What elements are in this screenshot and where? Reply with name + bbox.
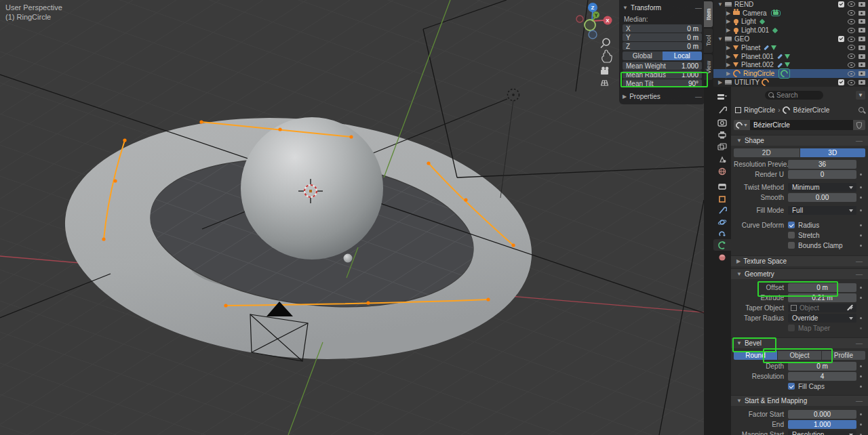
collection-checkbox[interactable] — [838, 1, 844, 7]
id-type-button[interactable]: ▼ — [734, 120, 750, 130]
gizmo-minus-z[interactable] — [589, 30, 597, 39]
panel-header-texture-space[interactable]: ▶ Texture Space — — [731, 255, 868, 266]
chevron-right-icon[interactable]: ▶ — [726, 27, 731, 33]
animate-dot[interactable] — [860, 245, 862, 247]
factor-end-field[interactable]: 1.000 — [788, 420, 856, 429]
extrude-field[interactable]: 0.21 m — [788, 293, 856, 302]
chevron-right-icon[interactable]: ▶ — [717, 79, 723, 85]
bounds-clamp-checkbox[interactable] — [788, 242, 795, 249]
editor-type-button[interactable] — [713, 91, 731, 102]
render-visibility-icon[interactable] — [859, 37, 865, 41]
outliner-row-ringcircle[interactable]: ▶ RingCircle — [713, 69, 868, 78]
tab-collection-properties[interactable] — [713, 180, 731, 192]
panel-drag-icon[interactable]: — — [856, 270, 863, 278]
breadcrumb-object[interactable]: RingCircle — [744, 106, 775, 114]
hide-eye-icon[interactable] — [848, 80, 855, 85]
tab-render-properties[interactable] — [713, 117, 731, 128]
bevel-round-button[interactable]: Round — [734, 351, 777, 360]
chevron-down-icon[interactable]: ▼ — [717, 1, 723, 7]
tab-output-properties[interactable] — [713, 129, 731, 140]
outliner-row-light-001[interactable]: ▶ Light.001 — [713, 26, 868, 35]
animate-dot[interactable] — [860, 196, 862, 199]
offset-field[interactable]: 0 m — [788, 283, 856, 292]
hide-eye-icon[interactable] — [848, 19, 855, 24]
outliner-row-collection-utility[interactable]: ▶ UTILITY — [713, 78, 868, 87]
hide-eye-icon[interactable] — [848, 45, 855, 50]
fill-mode-dropdown[interactable]: Full — [788, 206, 856, 215]
render-visibility-icon[interactable] — [859, 28, 865, 33]
datablock-name-field[interactable]: BézierCircle — [750, 120, 853, 130]
render-visibility-icon[interactable] — [859, 2, 865, 7]
panel-header-geometry[interactable]: ▼ Geometry — — [731, 268, 868, 279]
tab-constraint-properties[interactable] — [713, 228, 731, 239]
tab-tool-properties[interactable] — [713, 104, 731, 116]
animate-dot[interactable] — [860, 317, 862, 319]
chevron-right-icon[interactable]: ▶ — [726, 18, 731, 24]
mean-tilt-field[interactable]: Mean Tilt 90° — [623, 79, 702, 87]
properties-subpanel-header[interactable]: ▶ Properties — — [623, 91, 702, 101]
mesh-data-icon[interactable] — [785, 62, 790, 67]
taper-object-field[interactable]: Object — [788, 304, 856, 312]
fill-caps-checkbox[interactable] — [788, 383, 795, 390]
animate-dot[interactable] — [860, 186, 862, 188]
moon-sphere[interactable] — [344, 254, 353, 263]
map-taper-checkbox[interactable] — [788, 325, 795, 331]
filter-dropdown-button[interactable]: ▼ — [856, 91, 865, 100]
median-x-field[interactable]: X 0 m — [623, 24, 702, 33]
taper-radius-dropdown[interactable]: Override — [788, 314, 856, 323]
collection-checkbox[interactable] — [838, 79, 844, 85]
tab-world-properties[interactable] — [713, 165, 731, 177]
animate-dot[interactable] — [860, 386, 862, 388]
mesh-data-icon[interactable] — [771, 45, 776, 50]
chevron-right-icon[interactable]: ▶ — [726, 54, 731, 60]
mean-radius-field[interactable]: Mean Radius 1.000 — [623, 70, 702, 79]
hide-eye-icon[interactable] — [848, 10, 855, 16]
tab-object-properties[interactable] — [713, 193, 731, 205]
pin-icon[interactable] — [859, 107, 864, 112]
collection-checkbox[interactable] — [838, 36, 844, 42]
global-button[interactable]: Global — [623, 51, 663, 60]
hide-eye-icon[interactable] — [848, 62, 855, 68]
animate-dot[interactable] — [860, 224, 862, 226]
render-u-field[interactable]: 0 — [788, 170, 856, 179]
camera-data-icon[interactable] — [771, 10, 781, 16]
modifier-wrench-icon[interactable] — [764, 45, 769, 50]
animate-dot[interactable] — [860, 209, 862, 211]
resolution-preview-field[interactable]: 36 — [788, 160, 856, 169]
shape-2d-button[interactable]: 2D — [734, 148, 800, 157]
gizmo-minus-y[interactable] — [585, 20, 595, 30]
outliner-row-camera[interactable]: ▶ Camera — [713, 9, 868, 18]
tab-material-properties[interactable] — [713, 251, 731, 263]
hide-eye-icon[interactable] — [848, 28, 855, 33]
panel-drag-icon[interactable]: — — [695, 4, 702, 12]
panel-drag-icon[interactable]: — — [856, 137, 863, 144]
render-visibility-icon[interactable] — [859, 11, 865, 16]
bevel-resolution-field[interactable]: 4 — [788, 372, 856, 381]
hide-eye-icon[interactable] — [848, 71, 855, 77]
tab-physics-properties[interactable] — [713, 216, 731, 228]
outliner-row-light[interactable]: ▶ Light — [713, 18, 868, 26]
outliner-row-planet-001[interactable]: ▶ Planet.001 — [713, 52, 868, 61]
modifier-wrench-icon[interactable] — [777, 54, 782, 58]
outliner-row-collection-geo[interactable]: ▼ GEO — [713, 35, 868, 43]
outliner-row-planet-002[interactable]: ▶ Planet.002 — [713, 61, 868, 70]
tab-object-data-properties[interactable] — [713, 239, 731, 251]
gizmo-minus-x[interactable] — [576, 16, 583, 22]
median-z-field[interactable]: Z 0 m — [623, 42, 702, 50]
render-visibility-icon[interactable] — [859, 62, 865, 67]
mean-weight-field[interactable]: Mean Weight 1.000 — [623, 62, 702, 70]
tab-scene-properties[interactable] — [713, 153, 731, 165]
fake-user-button[interactable] — [853, 120, 865, 130]
outliner-row-collection-rend[interactable]: ▼ REND — [713, 0, 868, 9]
outliner-row-planet[interactable]: ▶ Planet — [713, 43, 868, 52]
light-data-icon[interactable] — [759, 19, 764, 24]
eyedropper-icon[interactable] — [847, 304, 853, 310]
factor-start-field[interactable]: 0.000 — [788, 410, 856, 419]
bevel-object-button[interactable]: Object — [778, 351, 821, 360]
camera-view-icon[interactable] — [601, 67, 608, 75]
render-visibility-icon[interactable] — [859, 80, 865, 85]
animate-dot[interactable] — [860, 297, 862, 299]
animate-dot[interactable] — [860, 234, 862, 236]
bevel-profile-button[interactable]: Profile — [822, 351, 865, 360]
planet-sphere[interactable] — [241, 117, 383, 260]
